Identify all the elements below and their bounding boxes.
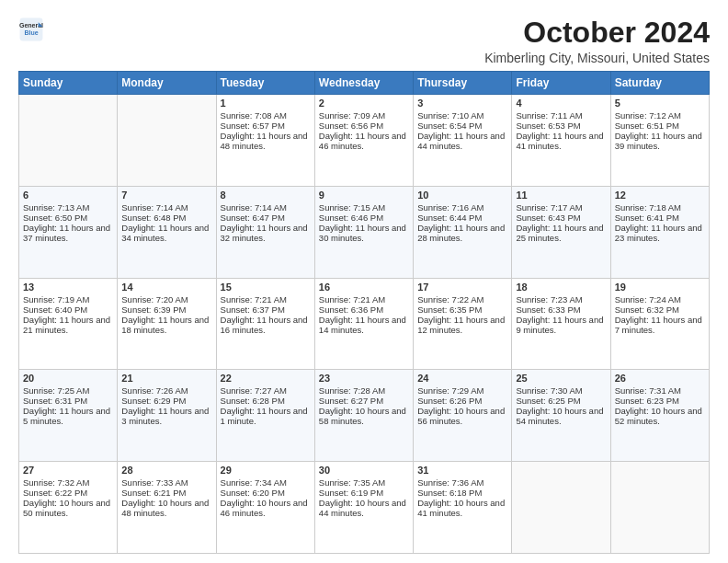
daylight-text: Daylight: 11 hours and 41 minutes. — [516, 131, 606, 151]
daylight-text: Daylight: 11 hours and 21 minutes. — [23, 315, 113, 335]
sunset-text: Sunset: 6:50 PM — [23, 213, 113, 223]
calendar-cell: 1Sunrise: 7:08 AMSunset: 6:57 PMDaylight… — [216, 95, 314, 187]
calendar-cell: 17Sunrise: 7:22 AMSunset: 6:35 PMDayligh… — [414, 278, 512, 370]
daylight-text: Daylight: 11 hours and 32 minutes. — [221, 223, 311, 243]
sunset-text: Sunset: 6:41 PM — [615, 213, 705, 223]
daylight-text: Daylight: 10 hours and 58 minutes. — [319, 406, 409, 426]
sunrise-text: Sunrise: 7:34 AM — [221, 477, 311, 488]
daylight-text: Daylight: 11 hours and 46 minutes. — [319, 131, 409, 151]
sunrise-text: Sunrise: 7:21 AM — [319, 294, 409, 304]
calendar-cell: 30Sunrise: 7:35 AMSunset: 6:19 PMDayligh… — [314, 462, 413, 554]
daylight-text: Daylight: 11 hours and 18 minutes. — [121, 315, 211, 335]
sunrise-text: Sunrise: 7:28 AM — [319, 385, 409, 396]
header: General Blue October 2024 Kimberling Cit… — [18, 17, 710, 65]
sunset-text: Sunset: 6:23 PM — [615, 396, 705, 406]
sunset-text: Sunset: 6:28 PM — [221, 396, 311, 406]
day-of-week-header: Monday — [118, 72, 216, 95]
calendar-cell: 18Sunrise: 7:23 AMSunset: 6:33 PMDayligh… — [512, 278, 610, 370]
calendar-week-row: 6Sunrise: 7:13 AMSunset: 6:50 PMDaylight… — [19, 186, 710, 278]
day-number: 3 — [417, 98, 507, 109]
sunset-text: Sunset: 6:39 PM — [121, 304, 211, 315]
sunrise-text: Sunrise: 7:20 AM — [121, 294, 211, 304]
daylight-text: Daylight: 10 hours and 50 minutes. — [23, 498, 113, 518]
sunrise-text: Sunrise: 7:23 AM — [516, 294, 606, 304]
day-number: 10 — [417, 190, 507, 201]
sunset-text: Sunset: 6:20 PM — [221, 488, 311, 498]
day-number: 31 — [417, 465, 507, 476]
sunset-text: Sunset: 6:44 PM — [417, 213, 507, 223]
logo-icon: General Blue — [18, 17, 44, 42]
main-title: October 2024 — [484, 17, 710, 49]
calendar-cell: 13Sunrise: 7:19 AMSunset: 6:40 PMDayligh… — [19, 278, 118, 370]
daylight-text: Daylight: 11 hours and 39 minutes. — [615, 131, 705, 151]
day-of-week-header: Saturday — [610, 72, 709, 95]
sunrise-text: Sunrise: 7:27 AM — [221, 385, 311, 396]
day-number: 4 — [516, 98, 606, 109]
daylight-text: Daylight: 11 hours and 12 minutes. — [417, 315, 507, 335]
sunset-text: Sunset: 6:33 PM — [516, 304, 606, 315]
day-number: 27 — [23, 465, 113, 476]
daylight-text: Daylight: 11 hours and 34 minutes. — [121, 223, 211, 243]
sunrise-text: Sunrise: 7:18 AM — [615, 202, 705, 213]
sunset-text: Sunset: 6:25 PM — [516, 396, 606, 406]
sunrise-text: Sunrise: 7:10 AM — [417, 110, 507, 121]
sunrise-text: Sunrise: 7:14 AM — [221, 202, 311, 213]
header-row: SundayMondayTuesdayWednesdayThursdayFrid… — [19, 72, 710, 95]
calendar-cell: 10Sunrise: 7:16 AMSunset: 6:44 PMDayligh… — [414, 186, 512, 278]
sunset-text: Sunset: 6:32 PM — [615, 304, 705, 315]
sunset-text: Sunset: 6:48 PM — [121, 213, 211, 223]
calendar-week-row: 20Sunrise: 7:25 AMSunset: 6:31 PMDayligh… — [19, 370, 710, 462]
day-number: 17 — [417, 282, 507, 293]
calendar-cell: 8Sunrise: 7:14 AMSunset: 6:47 PMDaylight… — [216, 186, 314, 278]
daylight-text: Daylight: 10 hours and 41 minutes. — [417, 498, 507, 518]
calendar-table: SundayMondayTuesdayWednesdayThursdayFrid… — [18, 71, 710, 554]
sunset-text: Sunset: 6:19 PM — [319, 488, 409, 498]
day-number: 29 — [221, 465, 311, 476]
daylight-text: Daylight: 10 hours and 56 minutes. — [417, 406, 507, 426]
sunset-text: Sunset: 6:29 PM — [121, 396, 211, 406]
day-number: 18 — [516, 282, 606, 293]
calendar-cell — [118, 95, 216, 187]
daylight-text: Daylight: 11 hours and 16 minutes. — [221, 315, 311, 335]
day-number: 6 — [23, 190, 113, 201]
sunset-text: Sunset: 6:37 PM — [221, 304, 311, 315]
day-of-week-header: Friday — [512, 72, 610, 95]
sunset-text: Sunset: 6:35 PM — [417, 304, 507, 315]
day-number: 5 — [615, 98, 705, 109]
calendar-cell: 12Sunrise: 7:18 AMSunset: 6:41 PMDayligh… — [610, 186, 709, 278]
sunset-text: Sunset: 6:54 PM — [417, 121, 507, 131]
sunset-text: Sunset: 6:56 PM — [319, 121, 409, 131]
calendar-cell: 16Sunrise: 7:21 AMSunset: 6:36 PMDayligh… — [314, 278, 413, 370]
sunrise-text: Sunrise: 7:25 AM — [23, 385, 113, 396]
calendar-cell: 5Sunrise: 7:12 AMSunset: 6:51 PMDaylight… — [610, 95, 709, 187]
daylight-text: Daylight: 11 hours and 14 minutes. — [319, 315, 409, 335]
day-number: 11 — [516, 190, 606, 201]
sunrise-text: Sunrise: 7:08 AM — [221, 110, 311, 121]
sunrise-text: Sunrise: 7:26 AM — [121, 385, 211, 396]
daylight-text: Daylight: 10 hours and 46 minutes. — [221, 498, 311, 518]
sunrise-text: Sunrise: 7:22 AM — [417, 294, 507, 304]
calendar-cell: 9Sunrise: 7:15 AMSunset: 6:46 PMDaylight… — [314, 186, 413, 278]
day-number: 24 — [417, 373, 507, 384]
subtitle: Kimberling City, Missouri, United States — [484, 51, 710, 65]
calendar-cell: 27Sunrise: 7:32 AMSunset: 6:22 PMDayligh… — [19, 462, 118, 554]
day-number: 21 — [121, 373, 211, 384]
sunset-text: Sunset: 6:57 PM — [221, 121, 311, 131]
day-of-week-header: Wednesday — [314, 72, 413, 95]
sunrise-text: Sunrise: 7:32 AM — [23, 477, 113, 488]
daylight-text: Daylight: 11 hours and 30 minutes. — [319, 223, 409, 243]
sunrise-text: Sunrise: 7:36 AM — [417, 477, 507, 488]
day-number: 26 — [615, 373, 705, 384]
sunset-text: Sunset: 6:18 PM — [417, 488, 507, 498]
calendar-cell — [19, 95, 118, 187]
sunrise-text: Sunrise: 7:16 AM — [417, 202, 507, 213]
sunrise-text: Sunrise: 7:19 AM — [23, 294, 113, 304]
sunrise-text: Sunrise: 7:17 AM — [516, 202, 606, 213]
calendar-cell: 4Sunrise: 7:11 AMSunset: 6:53 PMDaylight… — [512, 95, 610, 187]
day-number: 9 — [319, 190, 409, 201]
day-number: 2 — [319, 98, 409, 109]
calendar-cell — [610, 462, 709, 554]
calendar-cell: 6Sunrise: 7:13 AMSunset: 6:50 PMDaylight… — [19, 186, 118, 278]
calendar-cell: 31Sunrise: 7:36 AMSunset: 6:18 PMDayligh… — [414, 462, 512, 554]
day-number: 1 — [221, 98, 311, 109]
